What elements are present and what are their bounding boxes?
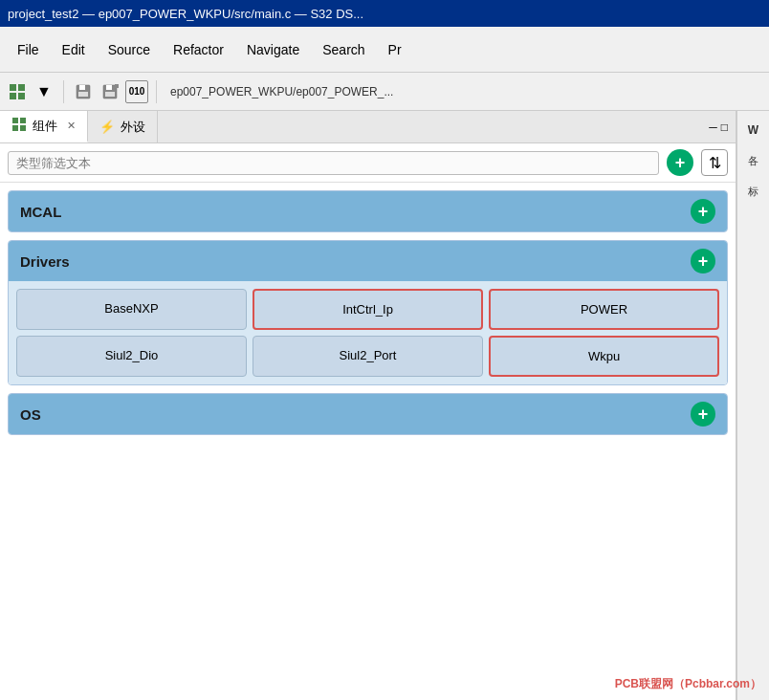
right-panel: W 各 标 bbox=[736, 111, 769, 700]
component-icon[interactable] bbox=[6, 80, 29, 103]
component-baseNXP[interactable]: BaseNXP bbox=[16, 289, 247, 330]
filter-input[interactable] bbox=[8, 151, 659, 175]
category-os-label: OS bbox=[20, 406, 41, 423]
category-drivers-header: Drivers + bbox=[9, 241, 727, 281]
minimize-icon[interactable]: ─ bbox=[709, 120, 717, 134]
tab-peripherals-label: 外设 bbox=[121, 119, 145, 136]
component-area: MCAL + Drivers + BaseNXP IntCtrl_Ip POWE… bbox=[0, 183, 736, 700]
menu-pr[interactable]: Pr bbox=[379, 36, 411, 63]
svg-rect-10 bbox=[115, 84, 119, 88]
tab-component-icon bbox=[11, 117, 27, 135]
separator-2 bbox=[156, 80, 157, 103]
breadcrumb: ep007_POWER_WKPU/ep007_POWER_... bbox=[170, 85, 393, 98]
sort-button[interactable]: ⇅ bbox=[701, 149, 728, 176]
svg-rect-12 bbox=[20, 118, 26, 123]
separator-1 bbox=[63, 80, 64, 103]
svg-rect-0 bbox=[10, 84, 16, 91]
menu-refactor[interactable]: Refactor bbox=[164, 36, 233, 63]
svg-rect-14 bbox=[20, 125, 26, 131]
category-drivers-label: Drivers bbox=[20, 253, 70, 270]
category-os: OS + bbox=[8, 393, 728, 435]
category-mcal-label: MCAL bbox=[20, 204, 61, 220]
component-wkpu[interactable]: Wkpu bbox=[489, 336, 719, 377]
main-layout: 组件 ✕ ⚡ 外设 ─ □ + ⇅ MCAL bbox=[0, 111, 769, 700]
category-mcal-add-btn[interactable]: + bbox=[691, 199, 715, 224]
maximize-icon[interactable]: □ bbox=[721, 120, 728, 134]
right-panel-icon-w[interactable]: W bbox=[740, 117, 767, 143]
menu-bar: File Edit Source Refactor Navigate Searc… bbox=[0, 27, 769, 73]
svg-rect-8 bbox=[106, 85, 112, 90]
filter-area: + ⇅ bbox=[0, 143, 736, 183]
svg-rect-9 bbox=[105, 92, 115, 97]
add-filter-button[interactable]: + bbox=[667, 149, 693, 176]
category-mcal: MCAL + bbox=[8, 190, 728, 232]
svg-rect-6 bbox=[78, 92, 88, 97]
category-os-header: OS + bbox=[9, 394, 727, 434]
component-siul2Dio[interactable]: Siul2_Dio bbox=[16, 336, 247, 377]
category-mcal-header: MCAL + bbox=[9, 191, 727, 231]
category-os-add-btn[interactable]: + bbox=[691, 402, 715, 427]
menu-file[interactable]: File bbox=[8, 36, 49, 63]
tabs-bar: 组件 ✕ ⚡ 外设 ─ □ bbox=[0, 111, 736, 143]
watermark: PCB联盟网（Pcbbar.com） bbox=[615, 676, 761, 692]
tab-peripherals[interactable]: ⚡ 外设 bbox=[88, 111, 158, 142]
component-intCtrlIp[interactable]: IntCtrl_Ip bbox=[253, 289, 483, 330]
menu-navigate[interactable]: Navigate bbox=[237, 36, 309, 63]
svg-rect-13 bbox=[12, 125, 18, 131]
svg-rect-5 bbox=[79, 85, 85, 90]
binary-icon[interactable]: 010 bbox=[125, 80, 148, 103]
tab-components-label: 组件 bbox=[33, 118, 57, 135]
tab-components[interactable]: 组件 ✕ bbox=[0, 111, 88, 142]
menu-source[interactable]: Source bbox=[99, 36, 160, 63]
tab-components-close[interactable]: ✕ bbox=[67, 120, 76, 132]
category-drivers: Drivers + BaseNXP IntCtrl_Ip POWER Siul2… bbox=[8, 240, 728, 385]
svg-rect-1 bbox=[18, 84, 25, 91]
title-bar: project_test2 — ep007_POWER_WKPU/src/mai… bbox=[0, 0, 769, 27]
left-panel: 组件 ✕ ⚡ 外设 ─ □ + ⇅ MCAL bbox=[0, 111, 736, 700]
category-drivers-add-btn[interactable]: + bbox=[691, 249, 715, 273]
component-power[interactable]: POWER bbox=[489, 289, 719, 330]
right-panel-icon-3[interactable]: 标 bbox=[740, 178, 767, 205]
drivers-grid: BaseNXP IntCtrl_Ip POWER Siul2_Dio Siul2… bbox=[9, 281, 727, 384]
svg-rect-11 bbox=[12, 118, 18, 123]
title-text: project_test2 — ep007_POWER_WKPU/src/mai… bbox=[8, 7, 363, 21]
save2-icon[interactable] bbox=[99, 80, 121, 103]
menu-edit[interactable]: Edit bbox=[53, 36, 95, 63]
right-panel-icon-2[interactable]: 各 bbox=[740, 147, 767, 174]
component-siul2Port[interactable]: Siul2_Port bbox=[253, 336, 483, 377]
save-icon[interactable] bbox=[72, 80, 95, 103]
tab-peripheral-icon: ⚡ bbox=[99, 120, 115, 134]
svg-rect-2 bbox=[10, 93, 16, 99]
toolbar: ▼ 010 ep007_POWER_WKPU/ep007_POWER_... bbox=[0, 73, 769, 111]
svg-rect-3 bbox=[18, 93, 25, 99]
menu-search[interactable]: Search bbox=[313, 36, 374, 63]
dropdown-arrow[interactable]: ▼ bbox=[33, 80, 55, 103]
